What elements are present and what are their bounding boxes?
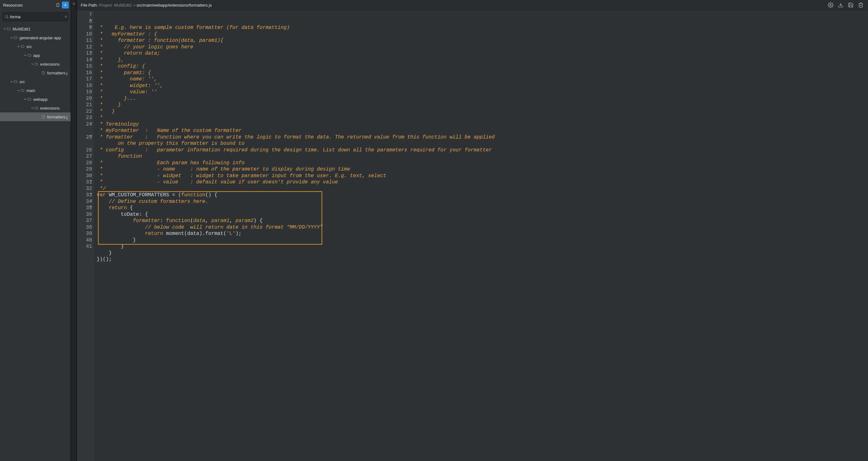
code-line[interactable]: } — [97, 243, 868, 250]
line-number[interactable]: 17 — [77, 76, 92, 83]
code-line[interactable]: * formatter : Function where you can wri… — [97, 134, 868, 147]
line-number[interactable]: 26 — [77, 147, 92, 154]
search-box[interactable] — [2, 12, 68, 21]
code-line[interactable]: * - value : default value if user doesn'… — [97, 179, 868, 186]
tree-file[interactable]: formatters.j — [0, 68, 71, 77]
add-button[interactable] — [62, 2, 69, 8]
code-line[interactable]: * formatter : function(data, param1){ — [97, 37, 868, 44]
tree-folder[interactable]: main — [0, 86, 71, 95]
line-number[interactable]: 13 — [77, 50, 92, 57]
code-line[interactable]: * myFormatter : Name of the custom forma… — [97, 127, 868, 134]
caret-icon[interactable] — [24, 54, 27, 57]
code-line[interactable]: * - name : name of the parameter to disp… — [97, 166, 868, 173]
tree-folder[interactable]: webapp — [0, 95, 71, 104]
code-line[interactable]: // Define custom formatters here. — [97, 198, 868, 205]
file-tree[interactable]: MultiEdit1generated-angular-appsrcappext… — [0, 24, 71, 461]
code-line[interactable]: * }, — [97, 57, 868, 63]
line-number[interactable]: 39 — [77, 230, 92, 237]
code-area[interactable]: * E.g. here is sample custom formatter (… — [94, 10, 868, 461]
line-number[interactable]: 16 — [77, 70, 92, 76]
line-number[interactable]: 40i — [77, 237, 92, 244]
sidebar-collapse-handle[interactable] — [71, 0, 77, 461]
caret-icon[interactable] — [3, 28, 6, 30]
code-line[interactable]: * widget: '', — [97, 83, 868, 89]
breadcrumb[interactable]: File Path: Project: MultiEdit1 > src/mai… — [81, 3, 212, 7]
editor-body[interactable]: 7891011121314151617181920212223242526272… — [77, 10, 868, 461]
line-number[interactable]: 19 — [77, 89, 92, 95]
tree-folder[interactable]: src — [0, 77, 71, 86]
line-number-gutter[interactable]: 7891011121314151617181920212223242526272… — [77, 10, 94, 461]
line-number[interactable]: 23 — [77, 115, 92, 121]
line-number[interactable]: 34 — [77, 198, 92, 205]
tree-folder[interactable]: generated-angular-app — [0, 33, 71, 42]
line-number[interactable]: 22 — [77, 108, 92, 115]
code-line[interactable]: * param1: { — [97, 70, 868, 76]
caret-icon[interactable] — [17, 45, 20, 48]
line-number[interactable]: 21 — [77, 102, 92, 108]
caret-icon[interactable] — [24, 98, 27, 100]
line-number[interactable]: 15 — [77, 63, 92, 70]
download-icon[interactable] — [837, 1, 845, 9]
line-number[interactable]: 20 — [77, 95, 92, 102]
line-number[interactable]: 38 — [77, 224, 92, 231]
code-line[interactable]: * return data; — [97, 50, 868, 57]
code-line[interactable]: var WM_CUSTOM_FORMATTERS = (function() { — [97, 192, 868, 198]
code-line[interactable]: * Each param has following info — [97, 160, 868, 166]
line-number[interactable]: 7 — [77, 11, 92, 18]
tree-folder[interactable]: extensions — [0, 60, 71, 68]
save-icon[interactable] — [847, 1, 855, 9]
code-line[interactable]: * } — [97, 108, 868, 115]
line-number[interactable]: 32 — [77, 186, 92, 192]
code-line[interactable]: formatter: function(data, param1, param2… — [97, 218, 868, 224]
caret-icon[interactable] — [10, 36, 13, 39]
tree-folder[interactable]: src — [0, 42, 71, 51]
tree-folder[interactable]: MultiEdit1 — [0, 25, 71, 33]
code-line[interactable]: * Terminology — [97, 121, 868, 128]
line-number[interactable]: 28 — [77, 160, 92, 166]
tree-file[interactable]: formatters.j — [0, 113, 71, 121]
refresh-icon[interactable] — [54, 2, 61, 8]
code-line[interactable]: * value: '' — [97, 89, 868, 95]
line-number[interactable]: 33 — [77, 192, 92, 198]
line-number[interactable]: 27 — [77, 153, 92, 160]
line-number[interactable]: 8 — [77, 18, 92, 25]
code-line[interactable]: return { — [97, 205, 868, 211]
code-line[interactable]: * E.g. here is sample custom formatter (… — [97, 25, 868, 31]
clear-search-icon[interactable] — [64, 15, 68, 19]
line-number[interactable]: 11 — [77, 37, 92, 44]
delete-icon[interactable] — [857, 1, 865, 9]
line-number[interactable]: 9 — [77, 25, 92, 31]
line-number[interactable]: 41 — [77, 243, 92, 250]
line-number[interactable]: 29 — [77, 166, 92, 173]
line-number[interactable]: 37 — [77, 218, 92, 224]
tree-folder[interactable]: app — [0, 51, 71, 60]
line-number[interactable]: 18 — [77, 83, 92, 89]
code-line[interactable]: // below code will return date in this f… — [97, 224, 868, 231]
code-line[interactable]: * name: '', — [97, 76, 868, 83]
code-line[interactable]: } — [97, 250, 868, 256]
code-line[interactable]: * — [97, 115, 868, 121]
line-number[interactable]: 31 — [77, 179, 92, 186]
caret-icon[interactable] — [31, 107, 34, 109]
line-number[interactable]: 12 — [77, 44, 92, 51]
search-input[interactable] — [9, 14, 64, 19]
code-line[interactable]: * myFormatter : { — [97, 31, 868, 38]
caret-icon[interactable] — [17, 89, 20, 92]
line-number[interactable]: 25 — [77, 134, 92, 147]
code-line[interactable]: * config: { — [97, 63, 868, 70]
line-number[interactable]: 35 — [77, 205, 92, 211]
code-line[interactable]: toDate: { — [97, 211, 868, 218]
line-number[interactable]: 10 — [77, 31, 92, 38]
code-line[interactable]: * // your logic goes here — [97, 44, 868, 51]
code-line[interactable]: * } — [97, 102, 868, 108]
caret-icon[interactable] — [31, 63, 34, 65]
code-line[interactable]: } — [97, 237, 868, 244]
code-line[interactable]: */ — [97, 186, 868, 192]
line-number[interactable]: 30 — [77, 173, 92, 179]
line-number[interactable]: 14 — [77, 57, 92, 63]
caret-icon[interactable] — [10, 81, 13, 83]
settings-icon[interactable] — [827, 1, 835, 9]
line-number[interactable]: 36 — [77, 211, 92, 218]
code-line[interactable]: * config : parameter information require… — [97, 147, 868, 160]
code-line[interactable]: return moment(data).format('L'); — [97, 230, 868, 237]
